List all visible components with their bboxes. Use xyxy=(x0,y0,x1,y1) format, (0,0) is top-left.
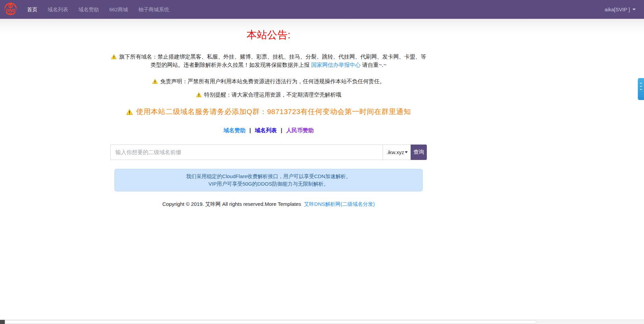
quick-link-domain-list[interactable]: 域名列表 xyxy=(255,127,277,133)
nav-item-domain-list[interactable]: 域名列表 xyxy=(42,0,73,19)
notice-domains: 旗下所有域名：禁止搭建绑定黑客、私服、外挂、赌博、彩票、挂机、挂马、分裂、跳转、… xyxy=(109,53,428,69)
domain-search-bar: .ikw.xyz 查询 xyxy=(110,145,427,160)
nav-links: 首页 域名列表 域名赞助 662商城 柚子商城系统 xyxy=(22,0,174,19)
chevron-down-icon xyxy=(632,9,636,10)
warning-icon xyxy=(196,92,202,99)
quick-link-separator: | xyxy=(281,127,282,133)
nav-item-domain-sponsor[interactable]: 域名赞助 xyxy=(73,0,104,19)
notice-disclaimer: 免责声明：严禁所有用户利用本站免费资源进行违法行为，任何违规操作本站不负任何责任… xyxy=(109,78,428,86)
user-dropdown[interactable]: aika[SVIP ] xyxy=(605,7,636,12)
notice-reminder-text: 特别提醒：请大家合理运用资源，不定期清理空壳解析哦 xyxy=(204,92,341,98)
domain-suffix-value: .ikw.xyz xyxy=(386,149,404,155)
site-logo[interactable]: DNS xyxy=(4,2,17,17)
qq-group-notice-text: 使用本站二级域名服务请务必添加Q群：98713723有任何变动会第一时间在群里通… xyxy=(136,108,411,115)
nav-item-youzi-shop[interactable]: 柚子商城系统 xyxy=(133,0,174,19)
main-content: 本站公告: 旗下所有域名：禁止搭建绑定黑客、私服、外挂、赌博、彩票、挂机、挂马、… xyxy=(0,19,537,208)
horizontal-scrollbar[interactable] xyxy=(0,320,644,324)
copyright: Copyright © 2019. 艾咔网 All rights reserve… xyxy=(0,201,537,208)
quick-link-rmb-sponsor[interactable]: 人民币赞助 xyxy=(286,127,313,133)
navbar: DNS 首页 域名列表 域名赞助 662商城 柚子商城系统 aika[SVIP … xyxy=(0,0,644,19)
page-title: 本站公告: xyxy=(0,28,537,42)
svg-text:DNS: DNS xyxy=(6,8,16,13)
info-line-2: VIP用户可享受50G的DDOS防御能力与无限制解析。 xyxy=(120,180,417,188)
notice-domains-tail: 请自重~.~ xyxy=(362,62,386,68)
nav-item-home[interactable]: 首页 xyxy=(22,0,42,19)
copyright-text: Copyright © 2019. 艾咔网 All rights reserve… xyxy=(162,201,301,207)
cloudflare-info-box: 我们采用稳定的CloudFlare收费解析接口，用户可以享受CDN加速解析。 V… xyxy=(114,169,423,191)
quick-link-separator: | xyxy=(249,127,251,133)
report-center-link[interactable]: 国家网信办举报中心 xyxy=(311,62,360,68)
user-dropdown-label: aika[SVIP ] xyxy=(605,7,630,12)
qq-group-notice: 使用本站二级域名服务请务必添加Q群：98713723有任何变动会第一时间在群里通… xyxy=(0,107,537,117)
side-widget-grip-icon xyxy=(640,83,642,92)
horizontal-scrollbar-thumb[interactable] xyxy=(5,320,536,324)
scrollbar-corner xyxy=(0,320,5,324)
domain-suffix-select[interactable]: .ikw.xyz xyxy=(383,145,411,160)
side-widget-tab[interactable] xyxy=(638,78,644,100)
select-caret-icon xyxy=(405,151,408,153)
quick-links: 域名赞助 | 域名列表 | 人民币赞助 xyxy=(0,127,537,134)
quick-link-domain-sponsor[interactable]: 域名赞助 xyxy=(224,127,246,133)
search-button[interactable]: 查询 xyxy=(411,145,427,160)
warning-icon xyxy=(126,109,133,117)
warning-icon xyxy=(152,78,158,86)
nav-item-662-shop[interactable]: 662商城 xyxy=(104,0,133,19)
dns-globe-icon: DNS xyxy=(4,2,17,17)
info-line-1: 我们采用稳定的CloudFlare收费解析接口，用户可以享受CDN加速解析。 xyxy=(120,173,417,180)
notice-disclaimer-text: 免责声明：严禁所有用户利用本站免费资源进行违法行为，任何违规操作本站不负任何责任… xyxy=(160,78,385,84)
domain-prefix-input[interactable] xyxy=(110,145,383,160)
footer-site-link[interactable]: 艾咔DNS解析网(二级域名分发) xyxy=(304,201,375,207)
warning-icon xyxy=(111,54,117,61)
notice-reminder: 特别提醒：请大家合理运用资源，不定期清理空壳解析哦 xyxy=(109,91,428,99)
